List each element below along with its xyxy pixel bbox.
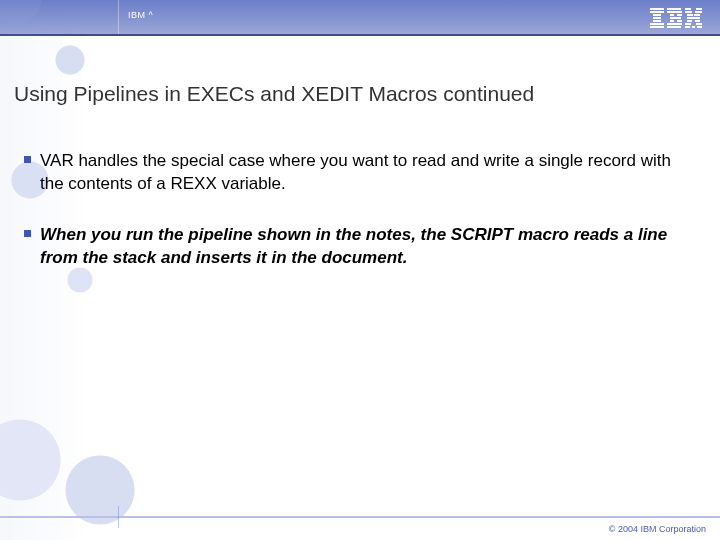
copyright-text: © 2004 IBM Corporation: [609, 524, 706, 534]
svg-rect-26: [696, 23, 702, 25]
svg-rect-9: [670, 14, 674, 16]
svg-rect-20: [687, 14, 693, 16]
ibm-logo-icon: [650, 8, 702, 28]
svg-rect-17: [696, 8, 702, 10]
slide: IBM ^: [0, 0, 720, 540]
svg-rect-27: [685, 26, 690, 28]
svg-rect-7: [667, 8, 681, 10]
svg-rect-29: [697, 26, 702, 28]
slide-body: VAR handles the special case where you w…: [24, 150, 684, 298]
slide-title: Using Pipelines in EXECs and XEDIT Macro…: [14, 82, 534, 106]
bullet-text: VAR handles the special case where you w…: [40, 151, 671, 193]
header-brand-text: IBM ^: [128, 10, 153, 20]
svg-rect-14: [667, 23, 682, 25]
svg-rect-10: [677, 14, 682, 16]
svg-rect-3: [653, 17, 661, 19]
svg-rect-28: [692, 26, 695, 28]
footer-divider: [0, 516, 720, 518]
header-banner: IBM ^: [0, 0, 720, 36]
svg-rect-21: [694, 14, 700, 16]
svg-rect-4: [653, 20, 661, 22]
svg-rect-22: [687, 17, 700, 19]
svg-rect-23: [687, 20, 692, 22]
bullet-item: VAR handles the special case where you w…: [24, 150, 684, 196]
svg-rect-15: [667, 26, 681, 28]
svg-rect-25: [685, 23, 691, 25]
svg-rect-24: [695, 20, 700, 22]
svg-rect-0: [650, 8, 664, 10]
svg-rect-11: [670, 17, 681, 19]
footer-vertical-rule: [118, 506, 119, 528]
bullet-item: When you run the pipeline shown in the n…: [24, 224, 684, 270]
svg-rect-8: [667, 11, 682, 13]
svg-rect-19: [695, 11, 702, 13]
bullet-text: When you run the pipeline shown in the n…: [40, 225, 667, 267]
svg-rect-1: [650, 11, 664, 13]
svg-rect-5: [650, 23, 664, 25]
svg-rect-18: [685, 11, 692, 13]
svg-rect-2: [653, 14, 661, 16]
header-divider: [118, 0, 119, 36]
svg-rect-16: [685, 8, 691, 10]
svg-rect-13: [677, 20, 682, 22]
svg-rect-12: [670, 20, 674, 22]
svg-rect-6: [650, 26, 664, 28]
